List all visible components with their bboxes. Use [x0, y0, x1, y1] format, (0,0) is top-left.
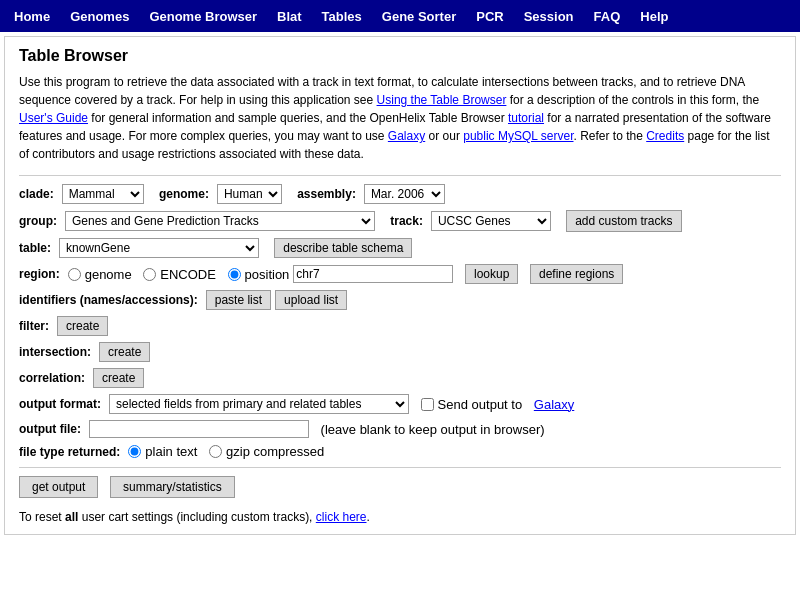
reset-link[interactable]: click here [316, 510, 367, 524]
nav-home[interactable]: Home [4, 3, 60, 30]
row-identifiers: identifiers (names/accessions): paste li… [19, 290, 781, 310]
navbar: Home Genomes Genome Browser Blat Tables … [0, 0, 800, 32]
radio-genome[interactable] [68, 268, 81, 281]
send-to-galaxy-label: Send output to [438, 397, 523, 412]
link-galaxy[interactable]: Galaxy [388, 129, 425, 143]
output-format-select[interactable]: selected fields from primary and related… [109, 394, 409, 414]
clade-select[interactable]: Mammal Vertebrate Insect Nematode [62, 184, 144, 204]
row-region: region: genome ENCODE position lookup de… [19, 264, 781, 284]
row-file-type: file type returned: plain text gzip comp… [19, 444, 781, 459]
divider-1 [19, 175, 781, 176]
assembly-select[interactable]: Mar. 2006 Feb. 2009 [364, 184, 445, 204]
define-regions-button[interactable]: define regions [530, 264, 623, 284]
table-select[interactable]: knownGene kgXref [59, 238, 259, 258]
row-clade-genome-assembly: clade: Mammal Vertebrate Insect Nematode… [19, 184, 781, 204]
nav-genomes[interactable]: Genomes [60, 3, 139, 30]
nav-gene-sorter[interactable]: Gene Sorter [372, 3, 466, 30]
page-title: Table Browser [19, 47, 781, 65]
track-select[interactable]: UCSC Genes RefSeq Genes [431, 211, 551, 231]
output-file-label: output file: [19, 422, 81, 436]
nav-genome-browser[interactable]: Genome Browser [139, 3, 267, 30]
nav-blat[interactable]: Blat [267, 3, 312, 30]
main-content: Table Browser Use this program to retrie… [4, 36, 796, 535]
region-label: region: [19, 267, 60, 281]
correlation-create-button[interactable]: create [93, 368, 144, 388]
row-table: table: knownGene kgXref describe table s… [19, 238, 781, 258]
link-credits[interactable]: Credits [646, 129, 684, 143]
nav-help[interactable]: Help [630, 3, 678, 30]
track-label: track: [390, 214, 423, 228]
radio-encode-label: ENCODE [160, 267, 216, 282]
genome-label: genome: [159, 187, 209, 201]
link-mysql[interactable]: public MySQL server [463, 129, 573, 143]
radio-position-group: position [228, 267, 290, 282]
description: Use this program to retrieve the data as… [19, 73, 781, 163]
radio-genome-label: genome [85, 267, 132, 282]
summary-statistics-button[interactable]: summary/statistics [110, 476, 235, 498]
row-action-buttons: get output summary/statistics [19, 476, 781, 498]
position-input[interactable] [293, 265, 453, 283]
link-table-browser[interactable]: Using the Table Browser [377, 93, 507, 107]
output-file-hint: (leave blank to keep output in browser) [321, 422, 545, 437]
group-select[interactable]: Genes and Gene Prediction Tracks Mapping… [65, 211, 375, 231]
group-label: group: [19, 214, 57, 228]
nav-session[interactable]: Session [514, 3, 584, 30]
gzip-label: gzip compressed [226, 444, 324, 459]
row-output-format: output format: selected fields from prim… [19, 394, 781, 414]
genome-select[interactable]: Human Mouse Rat [217, 184, 282, 204]
radio-position[interactable] [228, 268, 241, 281]
reset-bold: all [65, 510, 78, 524]
get-output-button[interactable]: get output [19, 476, 98, 498]
table-label: table: [19, 241, 51, 255]
send-to-galaxy-checkbox[interactable] [421, 398, 434, 411]
radio-gzip[interactable] [209, 445, 222, 458]
row-group-track: group: Genes and Gene Prediction Tracks … [19, 210, 781, 232]
link-tutorial[interactable]: tutorial [508, 111, 544, 125]
identifiers-label: identifiers (names/accessions): [19, 293, 198, 307]
link-users-guide[interactable]: User's Guide [19, 111, 88, 125]
radio-encode[interactable] [143, 268, 156, 281]
row-output-file: output file: (leave blank to keep output… [19, 420, 781, 438]
lookup-button[interactable]: lookup [465, 264, 518, 284]
paste-list-button[interactable]: paste list [206, 290, 271, 310]
output-format-label: output format: [19, 397, 101, 411]
file-type-label: file type returned: [19, 445, 120, 459]
radio-genome-group: genome [68, 267, 132, 282]
add-custom-tracks-button[interactable]: add custom tracks [566, 210, 681, 232]
radio-encode-group: ENCODE [143, 267, 216, 282]
plain-text-label: plain text [145, 444, 197, 459]
filter-create-button[interactable]: create [57, 316, 108, 336]
radio-plain-text[interactable] [128, 445, 141, 458]
describe-schema-button[interactable]: describe table schema [274, 238, 412, 258]
row-intersection: intersection: create [19, 342, 781, 362]
intersection-label: intersection: [19, 345, 91, 359]
nav-pcr[interactable]: PCR [466, 3, 513, 30]
intersection-create-button[interactable]: create [99, 342, 150, 362]
divider-2 [19, 467, 781, 468]
row-correlation: correlation: create [19, 368, 781, 388]
reset-section: To reset all user cart settings (includi… [19, 510, 781, 524]
assembly-label: assembly: [297, 187, 356, 201]
upload-list-button[interactable]: upload list [275, 290, 347, 310]
clade-label: clade: [19, 187, 54, 201]
output-file-input[interactable] [89, 420, 309, 438]
correlation-label: correlation: [19, 371, 85, 385]
nav-faq[interactable]: FAQ [584, 3, 631, 30]
galaxy-link[interactable]: Galaxy [534, 397, 574, 412]
filter-label: filter: [19, 319, 49, 333]
nav-tables[interactable]: Tables [312, 3, 372, 30]
row-filter: filter: create [19, 316, 781, 336]
radio-position-label: position [245, 267, 290, 282]
